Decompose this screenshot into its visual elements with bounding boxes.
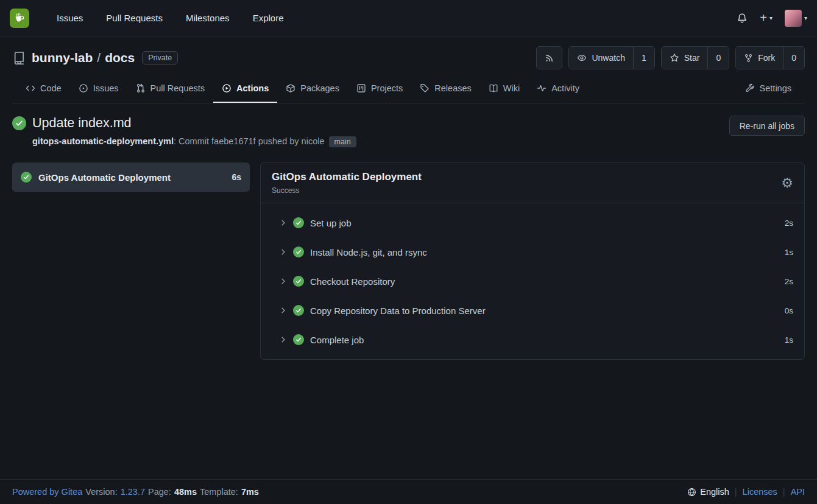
step-name: Complete job: [310, 335, 364, 345]
star-button[interactable]: Star: [662, 47, 708, 69]
tab-settings[interactable]: Settings: [737, 74, 800, 103]
rss-button[interactable]: [537, 47, 562, 69]
fork-label: Fork: [758, 53, 775, 63]
page-time-label: Page:: [148, 487, 171, 497]
globe-icon: [687, 488, 696, 497]
tab-actions[interactable]: Actions: [213, 74, 277, 103]
repo-title-row: bunny-lab / docs Private: [12, 45, 805, 71]
commit-text: : Commit faebe1671f pushed by nicole: [174, 136, 324, 146]
footer-left: Powered by Gitea Version: 1.23.7 Page: 4…: [12, 487, 259, 497]
repo-name-link[interactable]: docs: [105, 51, 135, 65]
powered-by-gitea-link[interactable]: Powered by Gitea: [12, 487, 82, 497]
job-duration: 6s: [232, 172, 241, 182]
chevron-right-icon[interactable]: [279, 277, 288, 285]
star-icon: [670, 53, 679, 63]
tab-label: Activity: [551, 83, 579, 93]
tab-pull-requests[interactable]: Pull Requests: [127, 74, 213, 103]
issue-icon: [79, 83, 88, 93]
stars-count[interactable]: 0: [707, 47, 729, 69]
gitea-logo[interactable]: [10, 9, 29, 28]
job-list-sidebar: GitOps Automatic Deployment 6s: [12, 163, 250, 192]
tab-label: Settings: [760, 83, 791, 93]
private-badge: Private: [142, 51, 178, 65]
tab-packages[interactable]: Packages: [277, 74, 348, 103]
step-row[interactable]: Copy Repository Data to Production Serve…: [261, 296, 804, 325]
repo-tabs: Code Issues Pull Requests Actions: [12, 74, 805, 103]
watchers-count[interactable]: 1: [633, 47, 654, 69]
play-circle-icon: [222, 83, 232, 93]
workflow-file-name[interactable]: gitops-automatic-deployment.yml: [32, 136, 174, 146]
job-detail-title-block: GitOps Automatic Deployment Success: [272, 171, 422, 195]
star-label: Star: [684, 53, 700, 63]
step-name: Set up job: [310, 218, 352, 228]
step-row[interactable]: Install Node.js, git, and rsync 1s: [261, 237, 804, 267]
unwatch-button[interactable]: Unwatch: [569, 47, 632, 69]
code-icon: [26, 83, 35, 93]
tab-code[interactable]: Code: [17, 74, 70, 103]
branch-badge[interactable]: main: [329, 136, 356, 147]
success-check-icon: [293, 217, 304, 228]
user-menu[interactable]: ▾: [785, 10, 807, 27]
eye-icon: [577, 53, 587, 63]
fork-icon: [744, 54, 753, 63]
success-check-icon: [293, 247, 304, 257]
project-board-icon: [356, 83, 366, 93]
create-new-menu[interactable]: + ▾: [760, 13, 773, 24]
job-list-item[interactable]: GitOps Automatic Deployment 6s: [12, 163, 250, 192]
avatar: [785, 10, 802, 27]
forks-count[interactable]: 0: [783, 47, 804, 69]
wrench-icon: [745, 83, 755, 93]
repo-header: bunny-lab / docs Private: [0, 37, 817, 103]
tab-projects[interactable]: Projects: [348, 74, 411, 103]
rerun-all-jobs-button[interactable]: Re-run all jobs: [729, 116, 805, 136]
nav-item-issues[interactable]: Issues: [45, 0, 94, 37]
nav-item-explore[interactable]: Explore: [241, 0, 295, 37]
fork-button[interactable]: Fork: [736, 47, 783, 69]
tab-label: Packages: [300, 83, 339, 93]
tab-label: Actions: [236, 83, 269, 93]
run-subtitle: gitops-automatic-deployment.yml: Commit …: [32, 136, 356, 147]
success-check-icon: [21, 172, 32, 183]
version-link[interactable]: 1.23.7: [121, 487, 145, 497]
step-duration: 1s: [785, 248, 793, 257]
tab-activity[interactable]: Activity: [528, 74, 588, 103]
nav-item-milestones[interactable]: Milestones: [174, 0, 241, 37]
success-check-icon: [12, 116, 26, 130]
job-steps-list: Set up job 2s Install Node.js, git, and …: [261, 203, 804, 359]
repo-action-buttons: Unwatch 1 Star 0: [536, 46, 805, 69]
version-label: Version:: [85, 487, 117, 497]
step-row[interactable]: Set up job 2s: [261, 208, 804, 237]
template-time-value: 7ms: [241, 487, 259, 497]
gear-icon[interactable]: ⚙: [781, 177, 793, 190]
chevron-right-icon[interactable]: [279, 306, 288, 315]
step-row[interactable]: Complete job 1s: [261, 325, 804, 354]
actions-run-page: Update index.md gitops-automatic-deploym…: [0, 103, 817, 479]
language-label: English: [700, 487, 729, 497]
tab-wiki[interactable]: Wiki: [480, 74, 528, 103]
repo-owner-link[interactable]: bunny-lab: [32, 51, 93, 65]
language-selector[interactable]: English: [687, 487, 729, 497]
tab-issues[interactable]: Issues: [70, 74, 127, 103]
nav-item-pull-requests[interactable]: Pull Requests: [94, 0, 174, 37]
chevron-right-icon[interactable]: [279, 248, 288, 256]
repo-icon: [12, 51, 26, 65]
chevron-right-icon[interactable]: [279, 335, 288, 344]
notifications-bell-icon[interactable]: [737, 13, 748, 24]
licenses-link[interactable]: Licenses: [743, 487, 777, 497]
page-time-value: 48ms: [174, 487, 197, 497]
step-row[interactable]: Checkout Repository 2s: [261, 267, 804, 296]
step-name: Copy Repository Data to Production Serve…: [310, 306, 486, 316]
api-link[interactable]: API: [791, 487, 805, 497]
job-detail-panel: GitOps Automatic Deployment Success ⚙ Se…: [260, 163, 805, 360]
chevron-right-icon[interactable]: [279, 219, 288, 227]
tab-label: Pull Requests: [150, 83, 205, 93]
rss-icon: [545, 54, 554, 63]
footer-right: English | Licenses | API: [687, 487, 805, 497]
footer-divider: |: [735, 487, 737, 497]
plus-icon: +: [760, 12, 767, 24]
tab-releases[interactable]: Releases: [411, 74, 479, 103]
pulse-icon: [537, 83, 546, 93]
star-button-group: Star 0: [661, 46, 729, 69]
repo-separator: /: [97, 51, 101, 65]
fork-button-group: Fork 0: [735, 46, 805, 69]
